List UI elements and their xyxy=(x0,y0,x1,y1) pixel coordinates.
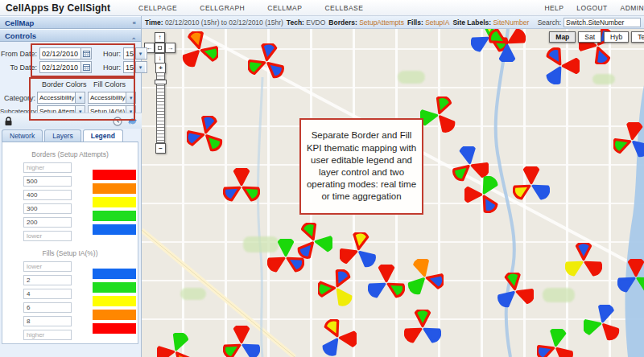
legend-color-swatch[interactable] xyxy=(93,296,136,306)
legend-color-swatch[interactable] xyxy=(93,323,136,334)
zoom-slider-handle[interactable] xyxy=(155,80,167,84)
to-hour-select[interactable]: 15 ▾ xyxy=(123,61,147,73)
zoom-out-button[interactable]: − xyxy=(155,143,166,154)
nav-item-cellpage[interactable]: CELLPAGE xyxy=(138,4,177,12)
legend-threshold-input[interactable] xyxy=(23,289,72,299)
map-canvas[interactable]: ↑ ← → ↓ + − MapSatHybTer Separate Border… xyxy=(142,29,644,357)
annotation-callout: Separate Border and Fill KPI thematic ma… xyxy=(299,118,423,215)
from-hour-value: 15 xyxy=(124,50,135,58)
category-border-select[interactable]: Accessibility ▾ xyxy=(37,92,85,104)
category-fill-select[interactable]: Accessibility ▾ xyxy=(88,92,136,104)
map-type-map[interactable]: Map xyxy=(549,31,576,43)
legend-threshold-input[interactable] xyxy=(23,316,72,326)
map-park xyxy=(398,71,425,84)
header-link-admin[interactable]: ADMIN xyxy=(621,4,644,12)
refresh-icon[interactable] xyxy=(127,117,138,126)
map-type-ter[interactable]: Ter xyxy=(631,31,644,43)
legend-threshold-input[interactable] xyxy=(23,275,72,285)
header-link-help[interactable]: HELP xyxy=(545,4,564,12)
from-date-calendar-icon[interactable] xyxy=(80,48,91,59)
site-marker[interactable] xyxy=(248,43,285,80)
legend-threshold-input[interactable] xyxy=(23,203,72,214)
category-label: Category: xyxy=(0,94,35,102)
map-park xyxy=(592,74,615,84)
from-hour-select[interactable]: 15 ▾ xyxy=(123,47,147,60)
legend-threshold-input[interactable] xyxy=(23,162,72,173)
map-type-sat[interactable]: Sat xyxy=(578,31,601,43)
to-date-input[interactable] xyxy=(40,62,80,72)
to-date-label: To Date: xyxy=(0,64,37,72)
from-date-label: From Date: xyxy=(0,50,37,58)
site-marker[interactable] xyxy=(407,259,444,296)
lock-icon[interactable] xyxy=(4,117,13,126)
legend-color-swatch[interactable] xyxy=(93,183,136,194)
site-marker[interactable] xyxy=(318,269,355,306)
clock-icon[interactable] xyxy=(113,117,122,126)
controls-section-title: Controls xyxy=(5,31,36,40)
status-segment: Tech: EVDO xyxy=(287,18,326,27)
legend-threshold-input[interactable] xyxy=(23,302,72,313)
site-marker[interactable] xyxy=(295,223,332,260)
legend-threshold-input[interactable] xyxy=(23,217,72,228)
map-type-hyb[interactable]: Hyb xyxy=(604,31,629,43)
legend-threshold-input[interactable] xyxy=(23,261,72,272)
legend-color-swatch[interactable] xyxy=(93,269,136,279)
legend-color-swatch[interactable] xyxy=(93,211,136,221)
site-marker[interactable] xyxy=(584,305,621,342)
site-marker[interactable] xyxy=(223,168,260,205)
header-link-logout[interactable]: LOGOUT xyxy=(576,4,607,12)
header-links: HELPLOGOUTADMIN xyxy=(545,4,644,12)
pan-right-button[interactable]: → xyxy=(165,43,175,53)
category-fill-value: Accessibility xyxy=(89,94,126,101)
pan-center-button[interactable] xyxy=(155,43,165,53)
site-marker[interactable] xyxy=(181,31,218,68)
site-marker[interactable] xyxy=(565,243,602,280)
legend-threshold-input[interactable] xyxy=(23,330,72,340)
legend-threshold-input[interactable] xyxy=(23,231,72,241)
legend-color-swatch[interactable] xyxy=(93,224,136,235)
site-marker[interactable] xyxy=(537,329,574,357)
site-marker[interactable] xyxy=(223,326,260,357)
to-date-calendar-icon[interactable] xyxy=(80,62,91,72)
legend-color-swatch[interactable] xyxy=(93,282,136,293)
status-bar: Time: 02/12/2010 (15hr) to 02/12/2010 (1… xyxy=(142,16,644,29)
tab-layers[interactable]: Layers xyxy=(44,129,81,142)
collapse-section-icon[interactable]: ‸ xyxy=(131,32,136,39)
cellmap-panel-header[interactable]: CellMap « xyxy=(0,16,141,29)
pan-up-button[interactable]: ↑ xyxy=(155,32,165,43)
legend-color-swatch[interactable] xyxy=(93,310,136,320)
search-label: Search: xyxy=(538,18,561,27)
sidebar-tabs: NetworkLayersLegend xyxy=(2,129,123,142)
status-segment: Site Labels: SiteNumber xyxy=(452,18,529,27)
site-marker[interactable] xyxy=(187,116,224,153)
site-marker[interactable] xyxy=(420,96,457,133)
map-park xyxy=(180,288,206,300)
chevron-down-icon: ▾ xyxy=(75,92,85,103)
legend-color-swatch[interactable] xyxy=(93,170,136,180)
site-marker[interactable] xyxy=(489,29,526,62)
tab-network[interactable]: Network xyxy=(2,129,43,142)
tab-legend[interactable]: Legend xyxy=(83,129,123,142)
app-title: CellApps By CellSight xyxy=(0,2,138,14)
site-marker[interactable] xyxy=(157,333,194,357)
collapse-panel-icon[interactable]: « xyxy=(133,19,136,27)
legend-threshold-input[interactable] xyxy=(23,176,72,187)
nav-item-cellgraph[interactable]: CELLGRAPH xyxy=(200,4,245,12)
zoom-slider[interactable] xyxy=(156,72,165,143)
legend-threshold-input[interactable] xyxy=(23,190,72,200)
controls-section-header[interactable]: Controls ‸ xyxy=(0,29,141,42)
site-marker[interactable] xyxy=(617,259,644,296)
site-marker[interactable] xyxy=(613,122,644,159)
from-date-input[interactable] xyxy=(40,48,80,59)
search-input[interactable] xyxy=(564,18,641,27)
site-marker[interactable] xyxy=(513,166,550,203)
nav-item-cellbase[interactable]: CELLBASE xyxy=(324,4,363,12)
nav-item-cellmap[interactable]: CELLMAP xyxy=(267,4,302,12)
site-marker[interactable] xyxy=(543,47,580,84)
site-marker[interactable] xyxy=(368,265,405,302)
site-marker[interactable] xyxy=(404,310,441,347)
site-marker[interactable] xyxy=(497,273,534,310)
site-marker[interactable] xyxy=(464,176,502,213)
site-marker[interactable] xyxy=(320,319,357,356)
legend-color-swatch[interactable] xyxy=(93,197,136,207)
